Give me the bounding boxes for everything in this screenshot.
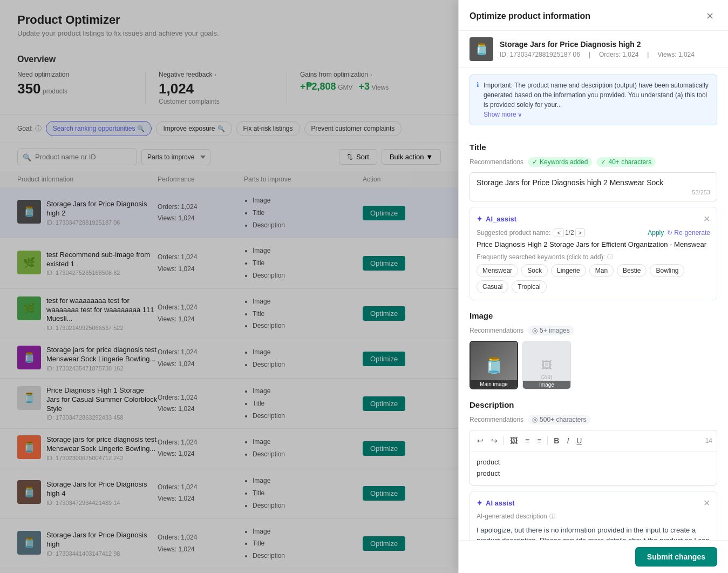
optimize-button-2[interactable]: Optimize: [363, 306, 405, 321]
parts-cell-1: ImageTitleDescription: [244, 245, 363, 281]
submit-changes-button[interactable]: Submit changes: [635, 547, 717, 567]
image-count-label: (2/9): [523, 374, 570, 380]
nav-next-button[interactable]: >: [575, 228, 585, 237]
product-info-meta: ID: 17303472881925187 06 | Orders: 1,024…: [500, 51, 717, 58]
product-thumb-6: 🫙: [17, 480, 41, 504]
list-bullet-button[interactable]: ≡: [522, 435, 532, 447]
italic-button[interactable]: I: [564, 435, 571, 447]
keyword-tag-4[interactable]: Bestie: [617, 264, 647, 277]
table-header: Product information Performance Parts to…: [0, 171, 458, 188]
optimize-button-0[interactable]: Optimize: [363, 206, 405, 220]
ai-assist-close-button[interactable]: ✕: [703, 214, 710, 224]
performance-cell-5: Orders: 1,024 Views: 1,024: [158, 437, 244, 460]
search-input[interactable]: [17, 149, 137, 165]
nav-prev-button[interactable]: <: [554, 228, 563, 237]
parts-cell-3: ImageDescription: [244, 346, 363, 371]
image-grid: 🫙 Main image 🖼 (2/9) Image: [470, 341, 717, 389]
optimize-button-5[interactable]: Optimize: [363, 441, 405, 456]
product-info-cell: 🌿 test for waaaaaaaa test for waaaaaaa t…: [17, 296, 158, 332]
product-id-3: ID: 17302435471875738 162: [46, 365, 158, 372]
keyword-tag-1[interactable]: Sock: [521, 264, 548, 277]
parts-cell-0: ImageTitleDescription: [244, 194, 363, 231]
bold-button[interactable]: B: [551, 435, 562, 447]
list-number-button[interactable]: ≡: [534, 435, 544, 447]
search-icon-2: 🔍: [217, 125, 225, 132]
performance-cell-3: Orders: 1,024 Views: 1,024: [158, 347, 244, 370]
product-id-1: ID: 17304275265168508 82: [46, 269, 158, 276]
filter-prevent-complaints[interactable]: Prevent customer complaints: [304, 121, 402, 136]
keyword-tag-6[interactable]: Casual: [477, 280, 508, 293]
product-info-cell: 🫙 Storage jars for price diagnosis test …: [17, 346, 158, 372]
image-insert-button[interactable]: 🖼: [507, 435, 520, 447]
product-list: 🫙 Storage Jars for Price Diagnosis high …: [0, 188, 458, 573]
product-id-2: ID: 17302149925066537 522: [46, 325, 158, 331]
parts-cell-5: ImageDescription: [244, 436, 363, 461]
redo-button[interactable]: ↪: [488, 435, 500, 447]
show-more-link[interactable]: Show more ∨: [484, 110, 522, 119]
extra-image-card[interactable]: 🖼 (2/9) Image: [522, 341, 571, 389]
keyword-tag-7[interactable]: Tropical: [512, 280, 546, 293]
keyword-tag-5[interactable]: Bowling: [650, 264, 684, 277]
optimize-button-4[interactable]: Optimize: [363, 396, 405, 411]
product-thumb-right: 🫙: [470, 37, 493, 61]
action-cell-0: Optimize: [363, 206, 417, 220]
bulk-action-button[interactable]: Bulk action ▼: [382, 149, 441, 165]
regenerate-link[interactable]: ↻ Re-generate: [667, 229, 710, 237]
apply-title-link[interactable]: Apply: [648, 229, 664, 237]
table-row: 🫙 Storage Jars for Price Diagnosis high …: [0, 519, 458, 569]
close-button[interactable]: ✕: [702, 9, 717, 24]
product-thumb-1: 🌿: [17, 251, 41, 274]
keyword-tag-0[interactable]: Menswear: [477, 264, 518, 277]
parts-cell-2: ImageTitleDescription: [244, 295, 363, 332]
stat-gains: Gains from optimization › +₱2,808 GMV +3…: [300, 71, 428, 105]
performance-cell-0: Orders: 1,024 Views: 1,024: [158, 201, 244, 225]
filter-search-ranking[interactable]: Search ranking opportunities 🔍: [46, 121, 152, 136]
product-info-bar: 🫙 Storage Jars for Price Diagnosis high …: [459, 31, 728, 68]
keyword-tag-2[interactable]: Lingerie: [551, 264, 586, 277]
keyword-tag-3[interactable]: Man: [589, 264, 614, 277]
product-info-cell: 🫙 Storage Jars for Price Diagnosis high …: [17, 200, 158, 226]
filter-fix-at-risk[interactable]: Fix at-risk listings: [236, 121, 300, 136]
stat-need-optimization: Need optimization 350 products: [17, 71, 146, 105]
parts-cell-6: ImageTitleDescription: [244, 475, 363, 511]
parts-select[interactable]: Parts to improve: [141, 149, 210, 165]
product-info-cell: 🌿 test Recommend sub-image from existed …: [17, 251, 158, 277]
ai-assist-desc-close-button[interactable]: ✕: [703, 498, 710, 508]
chevron-down-icon-notice: ∨: [518, 110, 522, 119]
notice-bar: ℹ Important: The product name and descri…: [470, 75, 717, 125]
product-thumb-3: 🫙: [17, 346, 41, 369]
undo-button[interactable]: ↩: [474, 435, 486, 447]
action-cell-3: Optimize: [363, 352, 417, 366]
optimize-button-7[interactable]: Optimize: [363, 536, 405, 551]
product-name-7: Storage Jars for Price Diagnosis high: [46, 531, 158, 549]
filter-improve-exposure[interactable]: Improve exposure 🔍: [156, 121, 232, 136]
optimize-button-6[interactable]: Optimize: [363, 486, 405, 501]
underline-button[interactable]: U: [574, 435, 584, 447]
product-thumb-4: 🫙: [17, 386, 41, 410]
main-image-card[interactable]: 🫙 Main image: [470, 341, 518, 389]
image-section: Image Recommendations ◎ 5+ images 🫙 Main…: [470, 311, 717, 389]
table-row: 🫙 Storage Jars for Price Diagnosis high …: [0, 468, 458, 518]
optimize-button-1[interactable]: Optimize: [363, 256, 405, 271]
desc-content[interactable]: product product: [470, 451, 717, 485]
optimize-button-3[interactable]: Optimize: [363, 352, 405, 366]
chevron-down-icon: ▼: [426, 153, 433, 161]
table-row: 🫙 Storage jars for price diagnosis test …: [0, 339, 458, 379]
table-row: 🫙 Storage jars for price diagnosis test …: [0, 429, 458, 468]
table-row: 🫙 Price Diagnosis High 1 Storage Jars fo…: [0, 379, 458, 429]
filters-bar: Goal: ⓘ Search ranking opportunities 🔍 I…: [0, 114, 458, 143]
sort-button[interactable]: ⇅ Sort: [339, 149, 377, 165]
product-name-3: Storage jars for price diagnosis test Me…: [46, 346, 158, 364]
ai-assist-title-box: ✦ AI_assist ✕ Suggested product name: < …: [470, 207, 717, 300]
product-id-5: ID: 17302300675004712 242: [46, 455, 158, 461]
action-cell-5: Optimize: [363, 441, 417, 456]
performance-cell-4: Orders: 1,024 Views: 1,024: [158, 392, 244, 415]
main-image-label: Main image: [471, 380, 517, 388]
page-title: Product Optimizer: [17, 13, 441, 27]
table-row: 🌿 test Recommend sub-image from existed …: [0, 238, 458, 288]
action-cell-6: Optimize: [363, 486, 417, 501]
title-input[interactable]: Storage Jars for Price Diagnosis high 2 …: [477, 178, 710, 187]
product-info-name: Storage Jars for Price Diagnosis high 2: [500, 40, 717, 49]
panel-header: Optimize product information ✕: [459, 0, 728, 31]
title-char-count: 53/253: [477, 189, 710, 196]
